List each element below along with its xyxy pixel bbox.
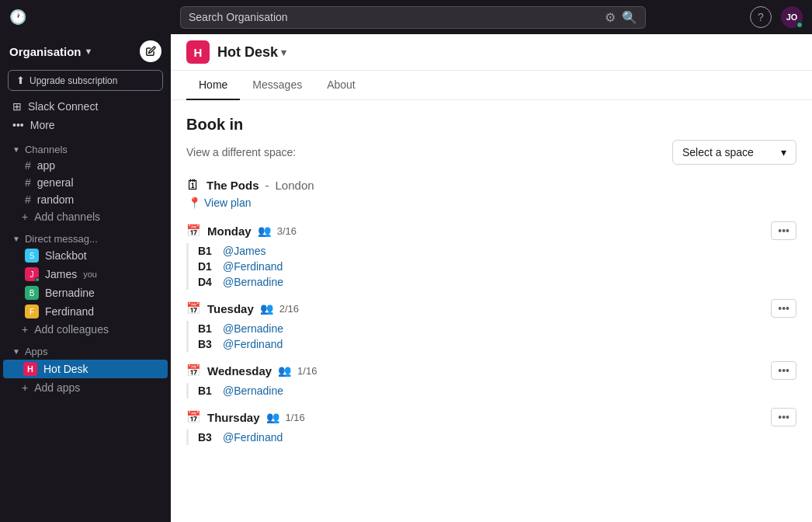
main-content: H Hot Desk ▾ Home Messages About Book in… [171, 0, 812, 522]
topbar-left: 🕐 [0, 9, 171, 26]
booker-link[interactable]: @Bernadine [223, 276, 283, 288]
topbar-right: ? JO [750, 6, 812, 28]
plus-icon: + [22, 211, 28, 223]
sidebar-item-more[interactable]: ••• More [0, 116, 171, 134]
channel-app-icon: H [186, 40, 210, 64]
booking-row: B1 @Bernadine [198, 383, 796, 398]
sidebar-item-slack-connect[interactable]: ⊞ Slack Connect [0, 97, 171, 116]
day-section-thursday: 📅 Thursday 👥 1/16 ••• B3 @Ferdinand [186, 408, 796, 445]
desk-id: B1 [198, 322, 217, 335]
booking-row: D1 @Ferdinand [198, 259, 796, 274]
thursday-occupancy: 1/16 [286, 412, 305, 423]
channel-item-random[interactable]: # random [0, 191, 171, 208]
tuesday-occupancy: 2/16 [279, 303, 299, 315]
help-icon[interactable]: ? [750, 6, 772, 28]
tuesday-cal-icon: 📅 [186, 301, 201, 315]
wednesday-bookings: B1 @Bernadine [186, 383, 796, 398]
add-channels-button[interactable]: + Add channels [0, 208, 171, 225]
slackbot-avatar: S [25, 249, 39, 263]
booker-link[interactable]: @Bernadine [223, 322, 283, 335]
location-row: 🗓 The Pods - London [186, 177, 796, 193]
booking-row: B3 @Ferdinand [198, 430, 796, 445]
org-name[interactable]: Organisation ▼ [9, 45, 92, 58]
channel-item-app[interactable]: # app [0, 157, 171, 174]
tuesday-more-button[interactable]: ••• [771, 299, 796, 318]
hash-icon: # [25, 193, 31, 206]
tuesday-people-icon: 👥 [260, 302, 273, 315]
wednesday-cal-icon: 📅 [186, 364, 201, 378]
day-section-wednesday: 📅 Wednesday 👥 1/16 ••• B1 @Bernadine [186, 361, 796, 398]
wednesday-people-icon: 👥 [278, 364, 291, 377]
content-area: Book in View a different space: Select a… [171, 100, 812, 522]
select-space-dropdown[interactable]: Select a space ▾ [672, 140, 796, 165]
channel-chevron-icon[interactable]: ▾ [281, 47, 286, 58]
monday-occupancy: 3/16 [277, 225, 297, 237]
tab-about[interactable]: About [314, 71, 368, 100]
desk-id: B1 [198, 245, 217, 257]
compose-button[interactable] [140, 40, 161, 62]
thursday-bookings: B3 @Ferdinand [186, 430, 796, 445]
add-colleagues-button[interactable]: + Add colleagues [0, 321, 171, 338]
tuesday-label: Tuesday [207, 302, 254, 315]
search-bar[interactable]: Search Organisation ⚙ 🔍 [180, 6, 646, 29]
monday-more-button[interactable]: ••• [771, 221, 796, 240]
thursday-label: Thursday [207, 411, 260, 424]
dm-item-ferdinand[interactable]: F Ferdinand [0, 302, 171, 321]
thursday-more-button[interactable]: ••• [771, 408, 796, 426]
sidebar-header: Organisation ▼ [0, 34, 171, 68]
you-badge: you [83, 270, 97, 279]
channels-section-header[interactable]: ▼ Channels [0, 141, 171, 157]
day-section-monday: 📅 Monday 👥 3/16 ••• B1 @James D1 @Ferdin… [186, 221, 796, 290]
channel-header: H Hot Desk ▾ [171, 34, 812, 71]
booker-link[interactable]: @Ferdinand [223, 431, 283, 444]
history-icon[interactable]: 🕐 [9, 9, 26, 26]
search-input-text: Search Organisation [189, 11, 599, 23]
channels-collapse-icon: ▼ [12, 145, 20, 154]
location-separator: - [265, 179, 269, 192]
topbar: 🕐 Search Organisation ⚙ 🔍 ? JO [0, 0, 812, 34]
tab-messages[interactable]: Messages [240, 71, 314, 100]
thursday-cal-icon: 📅 [186, 410, 201, 424]
tab-home[interactable]: Home [186, 71, 240, 100]
sidebar: Organisation ▼ ⬆ Upgrade subscription ⊞ … [0, 0, 171, 522]
desk-id: B1 [198, 385, 217, 397]
hash-icon: # [25, 176, 31, 189]
select-chevron-icon: ▾ [781, 146, 786, 158]
wednesday-occupancy: 1/16 [297, 365, 317, 377]
wednesday-more-button[interactable]: ••• [771, 361, 796, 380]
dm-item-slackbot[interactable]: S Slackbot [0, 246, 171, 265]
tabs: Home Messages About [171, 71, 812, 100]
monday-label: Monday [207, 224, 252, 238]
view-plan-link[interactable]: 📍 View plan [186, 197, 796, 209]
dm-item-james[interactable]: J James you [0, 265, 171, 284]
channel-item-general[interactable]: # general [0, 174, 171, 191]
day-header-tuesday: 📅 Tuesday 👥 2/16 ••• [186, 299, 796, 318]
tuesday-bookings: B1 @Bernadine B3 @Ferdinand [186, 321, 796, 352]
day-header-monday: 📅 Monday 👥 3/16 ••• [186, 221, 796, 240]
wednesday-label: Wednesday [207, 364, 272, 378]
desk-id: B3 [198, 338, 217, 350]
monday-people-icon: 👥 [258, 224, 271, 237]
direct-messages-section-header[interactable]: ▼ Direct messag... [0, 230, 171, 246]
channel-name: Hot Desk ▾ [217, 44, 286, 61]
view-space-label: View a different space: [186, 146, 296, 158]
booker-link[interactable]: @Ferdinand [223, 260, 283, 273]
booking-row: B3 @Ferdinand [198, 336, 796, 352]
booker-link[interactable]: @Ferdinand [223, 338, 283, 350]
dm-collapse-icon: ▼ [12, 235, 20, 243]
user-avatar[interactable]: JO [781, 6, 803, 28]
booking-row: B1 @James [198, 243, 796, 259]
monday-bookings: B1 @James D1 @Ferdinand D4 @Bernadine [186, 243, 796, 290]
app-item-hot-desk[interactable]: H Hot Desk [3, 360, 168, 378]
dm-item-bernadine[interactable]: B Bernadine [0, 284, 171, 302]
day-header-thursday: 📅 Thursday 👥 1/16 ••• [186, 408, 796, 426]
apps-section-header[interactable]: ▼ Apps [0, 343, 171, 359]
booker-link[interactable]: @Bernadine [223, 385, 283, 397]
slack-connect-icon: ⊞ [12, 100, 22, 113]
add-apps-button[interactable]: + Add apps [0, 379, 171, 396]
desk-id: B3 [198, 431, 217, 444]
filter-icon[interactable]: ⚙ [605, 10, 616, 25]
search-icon[interactable]: 🔍 [622, 10, 637, 25]
booker-link[interactable]: @James [223, 245, 265, 257]
upgrade-subscription-button[interactable]: ⬆ Upgrade subscription [8, 70, 163, 91]
